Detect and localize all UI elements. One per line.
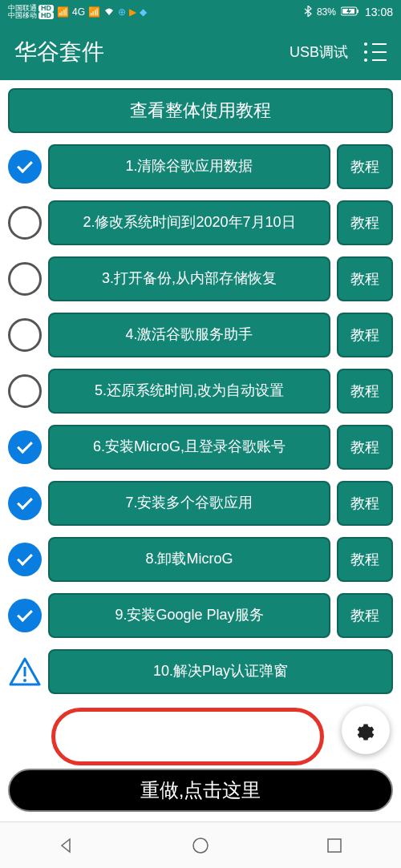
step-button-7[interactable]: 7.安装多个谷歌应用 [48, 481, 330, 526]
tutorial-button-9[interactable]: 教程 [337, 593, 393, 638]
step-button-3[interactable]: 3.打开备份,从内部存储恢复 [48, 256, 330, 301]
step-row-6: 6.安装MicroG,且登录谷歌账号教程 [8, 425, 393, 470]
gear-icon [354, 718, 378, 742]
step-button-8[interactable]: 8.卸载MicroG [48, 537, 330, 582]
checkbox-empty-icon[interactable] [8, 374, 42, 408]
tutorial-button-5[interactable]: 教程 [337, 369, 393, 414]
menu-icon[interactable] [364, 42, 387, 62]
step-row-7: 7.安装多个谷歌应用教程 [8, 481, 393, 526]
warning-icon[interactable] [8, 655, 42, 688]
main-tutorial-button[interactable]: 查看整体使用教程 [8, 88, 393, 133]
svg-rect-6 [328, 839, 341, 852]
step-button-5[interactable]: 5.还原系统时间,改为自动设置 [48, 369, 330, 414]
app-header: 华谷套件 USB调试 [0, 24, 401, 80]
step-row-10: 10.解决Play认证弹窗 [8, 649, 393, 694]
step-row-3: 3.打开备份,从内部存储恢复教程 [8, 256, 393, 301]
step-button-6[interactable]: 6.安装MicroG,且登录谷歌账号 [48, 425, 330, 470]
tutorial-button-3[interactable]: 教程 [337, 256, 393, 301]
tutorial-button-4[interactable]: 教程 [337, 313, 393, 357]
svg-rect-1 [357, 10, 358, 13]
wifi-icon [103, 6, 115, 18]
step-button-9[interactable]: 9.安装Google Play服务 [48, 593, 330, 638]
tutorial-button-6[interactable]: 教程 [337, 425, 393, 470]
app-title: 华谷套件 [14, 37, 290, 67]
battery-icon [341, 6, 360, 18]
battery-percent: 83% [317, 6, 336, 18]
step-button-10[interactable]: 10.解决Play认证弹窗 [48, 649, 393, 694]
nav-home-button[interactable] [190, 835, 211, 856]
nav-back-button[interactable] [56, 835, 77, 856]
checkbox-done-icon[interactable] [8, 430, 42, 464]
step-row-1: 1.清除谷歌应用数据教程 [8, 144, 393, 189]
step-button-2[interactable]: 2.修改系统时间到2020年7月10日 [48, 200, 330, 245]
tutorial-button-7[interactable]: 教程 [337, 481, 393, 526]
app-icon-2: ◆ [140, 6, 147, 18]
checkbox-empty-icon[interactable] [8, 206, 42, 240]
checkbox-done-icon[interactable] [8, 486, 42, 520]
step-row-9: 9.安装Google Play服务教程 [8, 593, 393, 638]
svg-point-5 [193, 838, 208, 853]
status-left: 中国联通 HD 中国移动 HD 📶 4G 📶 ⊕ ▶ ◆ [8, 5, 147, 19]
nav-recent-button[interactable] [324, 835, 345, 856]
status-right: 83% 13:08 [304, 6, 393, 19]
checkbox-empty-icon[interactable] [8, 262, 42, 296]
clock: 13:08 [365, 6, 393, 18]
step-button-1[interactable]: 1.清除谷歌应用数据 [48, 144, 330, 189]
signal-icon: 📶 [57, 6, 69, 18]
tutorial-button-2[interactable]: 教程 [337, 200, 393, 245]
usb-debug-button[interactable]: USB调试 [290, 42, 348, 62]
status-bar: 中国联通 HD 中国移动 HD 📶 4G 📶 ⊕ ▶ ◆ 83% 13:08 [0, 0, 401, 24]
svg-point-4 [23, 679, 26, 682]
step-row-5: 5.还原系统时间,改为自动设置教程 [8, 369, 393, 414]
step-row-4: 4.激活谷歌服务助手教程 [8, 313, 393, 357]
bluetooth-icon [304, 6, 312, 19]
signal-icon-2: 📶 [88, 6, 100, 18]
tutorial-button-8[interactable]: 教程 [337, 537, 393, 582]
app-icon-1: ▶ [129, 6, 136, 18]
redo-button[interactable]: 重做,点击这里 [8, 769, 393, 812]
settings-button[interactable] [342, 706, 390, 754]
checkbox-done-icon[interactable] [8, 543, 42, 576]
step-button-4[interactable]: 4.激活谷歌服务助手 [48, 313, 330, 357]
checkbox-done-icon[interactable] [8, 599, 42, 632]
step-row-2: 2.修改系统时间到2020年7月10日教程 [8, 200, 393, 245]
content: 查看整体使用教程 1.清除谷歌应用数据教程2.修改系统时间到2020年7月10日… [0, 80, 401, 713]
apps-icon: ⊕ [118, 6, 126, 18]
4g-label: 4G [72, 6, 85, 18]
navigation-bar [0, 822, 401, 868]
checkbox-done-icon[interactable] [8, 150, 42, 184]
red-circle-annotation [51, 708, 324, 765]
step-row-8: 8.卸载MicroG教程 [8, 537, 393, 582]
checkbox-empty-icon[interactable] [8, 318, 42, 352]
tutorial-button-1[interactable]: 教程 [337, 144, 393, 189]
